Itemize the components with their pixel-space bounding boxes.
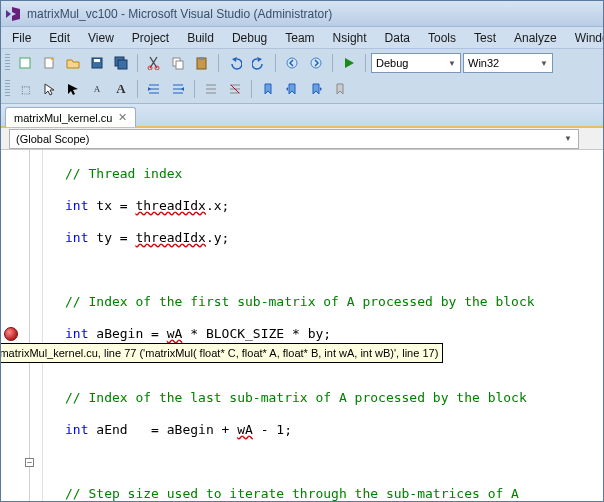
- code-area[interactable]: // Thread index int tx = threadIdx.x; in…: [43, 150, 603, 502]
- toolbar-separator: [365, 54, 366, 72]
- menu-tools[interactable]: Tools: [421, 29, 463, 47]
- svg-point-13: [311, 58, 321, 68]
- hex-button[interactable]: ⬚: [14, 78, 36, 100]
- toolbar: Debug ▼ Win32 ▼ ⬚ A A: [1, 49, 603, 104]
- toolbar-grip-icon[interactable]: [5, 54, 10, 72]
- window-title: matrixMul_vc100 - Microsoft Visual Studi…: [27, 7, 332, 21]
- code-text: - 1;: [253, 422, 292, 437]
- menu-analyze[interactable]: Analyze: [507, 29, 564, 47]
- toolbar-separator: [137, 54, 138, 72]
- smalltext-button[interactable]: A: [86, 78, 108, 100]
- save-all-button[interactable]: [110, 52, 132, 74]
- toolbar-separator: [137, 80, 138, 98]
- next-bookmark-button[interactable]: [305, 78, 327, 100]
- document-tabs: matrixMul_kernel.cu ✕: [1, 104, 603, 128]
- menu-project[interactable]: Project: [125, 29, 176, 47]
- new-item-button[interactable]: [38, 52, 60, 74]
- code-comment: // Step size used to iterate through the…: [65, 486, 519, 501]
- bookmark-button[interactable]: [257, 78, 279, 100]
- menu-file[interactable]: File: [5, 29, 38, 47]
- editor-gutter[interactable]: −: [1, 150, 43, 502]
- indent-button[interactable]: [143, 78, 165, 100]
- code-kw: int: [65, 198, 88, 213]
- tooltip-text: At matrixMul_kernel.cu, line 77 ('matrix…: [0, 347, 438, 359]
- code-comment: // Thread index: [65, 166, 182, 181]
- toolbar-separator: [251, 80, 252, 98]
- nav-fwd-button[interactable]: [305, 52, 327, 74]
- vs-logo-icon: [5, 6, 21, 22]
- code-error: wA: [237, 422, 253, 437]
- breakpoint-icon[interactable]: [4, 327, 18, 341]
- bigtext-button[interactable]: A: [110, 78, 132, 100]
- toolbar-separator: [218, 54, 219, 72]
- copy-button[interactable]: [167, 52, 189, 74]
- code-error: threadIdx: [135, 230, 205, 245]
- menu-build[interactable]: Build: [180, 29, 221, 47]
- cut-button[interactable]: [143, 52, 165, 74]
- titlebar: matrixMul_vc100 - Microsoft Visual Studi…: [1, 1, 603, 27]
- code-text: aEnd = aBegin +: [88, 422, 237, 437]
- menu-window[interactable]: Window: [568, 29, 604, 47]
- outline-guide: [29, 150, 30, 502]
- scopebar: (Global Scope) ▼: [1, 128, 603, 150]
- comment-button[interactable]: [200, 78, 222, 100]
- svg-rect-0: [20, 58, 30, 68]
- prev-bookmark-button[interactable]: [281, 78, 303, 100]
- code-comment: // Index of the first sub-matrix of A pr…: [65, 294, 535, 309]
- svg-rect-3: [94, 59, 100, 62]
- config-combo[interactable]: Debug ▼: [371, 53, 461, 73]
- uncomment-button[interactable]: [224, 78, 246, 100]
- paste-button[interactable]: [191, 52, 213, 74]
- code-text: .x;: [206, 198, 229, 213]
- code-comment: // Index of the last sub-matrix of A pro…: [65, 390, 527, 405]
- outdent-button[interactable]: [167, 78, 189, 100]
- svg-point-12: [287, 58, 297, 68]
- scope-combo[interactable]: (Global Scope) ▼: [9, 129, 579, 149]
- breakpoint-tooltip: At matrixMul_kernel.cu, line 77 ('matrix…: [0, 343, 443, 363]
- outline-collapse-icon[interactable]: −: [25, 458, 34, 467]
- toolbar-separator: [332, 54, 333, 72]
- menu-data[interactable]: Data: [378, 29, 417, 47]
- chevron-down-icon: ▼: [540, 59, 548, 68]
- menu-test[interactable]: Test: [467, 29, 503, 47]
- clear-bookmarks-button[interactable]: [329, 78, 351, 100]
- svg-rect-11: [199, 57, 204, 60]
- svg-rect-5: [118, 60, 127, 69]
- tab-kernel-cu[interactable]: matrixMul_kernel.cu ✕: [5, 107, 136, 127]
- code-kw: int: [65, 326, 88, 341]
- code-text: tx =: [88, 198, 135, 213]
- redo-button[interactable]: [248, 52, 270, 74]
- pointer-button[interactable]: [62, 78, 84, 100]
- menu-edit[interactable]: Edit: [42, 29, 77, 47]
- save-button[interactable]: [86, 52, 108, 74]
- svg-rect-9: [176, 61, 183, 69]
- config-value: Debug: [376, 57, 408, 69]
- chevron-down-icon: ▼: [448, 59, 456, 68]
- code-text: .y;: [206, 230, 229, 245]
- undo-button[interactable]: [224, 52, 246, 74]
- menu-debug[interactable]: Debug: [225, 29, 274, 47]
- chevron-down-icon: ▼: [564, 134, 572, 143]
- code-error: threadIdx: [135, 198, 205, 213]
- menubar: File Edit View Project Build Debug Team …: [1, 27, 603, 49]
- menu-team[interactable]: Team: [278, 29, 321, 47]
- menu-nsight[interactable]: Nsight: [326, 29, 374, 47]
- open-button[interactable]: [62, 52, 84, 74]
- new-project-button[interactable]: [14, 52, 36, 74]
- code-kw: int: [65, 230, 88, 245]
- scope-value: (Global Scope): [16, 133, 89, 145]
- code-text: * BLOCK_SIZE * by;: [182, 326, 331, 341]
- platform-combo[interactable]: Win32 ▼: [463, 53, 553, 73]
- code-editor[interactable]: − // Thread index int tx = threadIdx.x; …: [1, 150, 603, 502]
- code-text: aBegin =: [88, 326, 166, 341]
- close-icon[interactable]: ✕: [118, 111, 127, 124]
- toolbar-separator: [275, 54, 276, 72]
- platform-value: Win32: [468, 57, 499, 69]
- nav-back-button[interactable]: [281, 52, 303, 74]
- menu-view[interactable]: View: [81, 29, 121, 47]
- cursor-button[interactable]: [38, 78, 60, 100]
- start-debug-button[interactable]: [338, 52, 360, 74]
- toolbar-grip-icon[interactable]: [5, 80, 10, 98]
- toolbar-separator: [194, 80, 195, 98]
- code-kw: int: [65, 422, 88, 437]
